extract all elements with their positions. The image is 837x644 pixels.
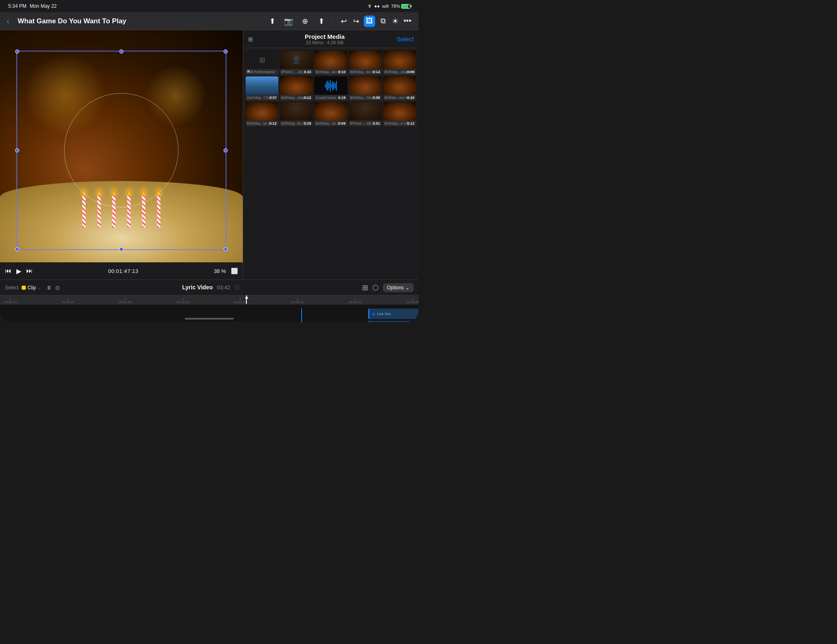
handle-mr[interactable] <box>224 148 228 152</box>
full-performance-badge: ⊞ <box>247 69 250 73</box>
clip-indicator: Clip ⌄ <box>22 285 41 291</box>
media-thumbnail <box>349 102 382 121</box>
media-item[interactable]: 0:12 Birthday...elapse 1 <box>280 76 313 101</box>
photos-icon[interactable]: 🖼 <box>364 16 375 27</box>
track-clips: ⊕ Live Dra ⊕ Live Dra ⊕ Live Dra <box>368 309 418 322</box>
flame-glow-2 <box>145 65 206 126</box>
location-icon[interactable]: ⊕ <box>300 17 309 26</box>
media-duration: 0:19 <box>338 96 346 100</box>
media-thumbnail <box>349 51 382 69</box>
upload-icon[interactable]: ⬆ <box>268 17 277 26</box>
media-thumbnail <box>383 76 416 95</box>
waveform <box>323 80 338 92</box>
share-icon[interactable]: ⬆ <box>317 17 326 26</box>
options-button[interactable]: Options ⌄ <box>383 283 414 292</box>
media-item[interactable]: 3:29 Birthday...ke Shot 1 <box>280 102 313 126</box>
signal-icon: ●● <box>374 4 380 9</box>
candle-1 <box>83 190 86 228</box>
pause-timeline-btn[interactable]: ⏸ <box>46 284 52 291</box>
clip-tools-icon[interactable]: ⬡ <box>372 283 379 292</box>
media-thumbnail: ⊞ <box>246 51 278 69</box>
home-indicator <box>185 318 234 320</box>
video-background <box>0 30 243 262</box>
media-duration: 3:29 <box>304 121 311 125</box>
preview-area: ⏮ ⏭ 00:01:47:13 38 % ⬜ <box>0 30 243 280</box>
toolbar-icons: ⬆ 📷 ⊕ ⬆ <box>268 17 326 26</box>
handle-tm[interactable] <box>119 49 123 54</box>
candles-scene <box>24 190 218 228</box>
back-button[interactable]: ‹ <box>7 16 9 27</box>
display-mode-button[interactable]: ⬜ <box>231 268 238 274</box>
grid-view-icon[interactable]: ⊞ <box>248 36 253 42</box>
timeline-right: ⊞ ⬡ Options ⌄ <box>362 283 414 292</box>
playhead[interactable] <box>246 295 247 304</box>
redo-icon[interactable]: ↪ <box>351 17 360 26</box>
clip-expand-icon[interactable]: ⌄ <box>38 285 41 290</box>
ruler-tick: 00:01:30 <box>177 298 189 304</box>
media-item[interactable]: 0:14 Birthday...ke Clip 9 <box>349 51 382 75</box>
media-duration: 0:14 <box>373 70 380 74</box>
battery-indicator: 78% <box>391 4 410 9</box>
media-thumbnail: 👤 <box>280 51 313 69</box>
media-item[interactable]: 0:19 Crowd noise <box>314 76 347 101</box>
media-item[interactable]: 0:09 Birthday...elapse 2 <box>383 51 416 75</box>
media-item[interactable]: 0:09 Birthday...se 2.1 rev <box>314 102 347 126</box>
copy-icon[interactable]: ⧉ <box>378 17 387 26</box>
undo-icon[interactable]: ↩ <box>339 17 348 26</box>
status-time: 5:34 PM <box>8 3 27 9</box>
timeline-ruler: 00:00:00 00:00:30 00:01:00 00:01:30 00:0… <box>0 295 418 304</box>
media-panel-subtitle: 23 Items · 4.28 GB <box>305 40 345 45</box>
play-button[interactable] <box>16 267 21 275</box>
time-display: 00:01:47:13 <box>38 268 209 274</box>
media-item[interactable]: ⊞ ⊞ Full Performance <box>246 51 278 75</box>
timeline-section: Select Clip ⌄ ⏸ ⊙ Lyric Video 03:42 ⓘ ⊞ … <box>0 280 418 322</box>
skip-forward-button[interactable]: ⏭ <box>26 267 33 275</box>
main-layout: ⏮ ⏭ 00:01:47:13 38 % ⬜ ⊞ Project Media 2… <box>0 30 418 280</box>
project-title: What Game Do You Want To Play <box>18 17 263 25</box>
wifi-icon: wifi <box>382 4 389 9</box>
media-item[interactable]: 0:12 Birthday...se 1.1 rev <box>246 102 278 126</box>
media-header: Project Media 23 Items · 4.28 GB <box>305 33 345 45</box>
info-icon[interactable]: ⓘ <box>235 284 240 291</box>
timeline-header: Select Clip ⌄ ⏸ ⊙ Lyric Video 03:42 ⓘ ⊞ … <box>0 280 418 295</box>
live-draw-icon: ⊕ <box>372 312 375 316</box>
candle-3 <box>112 190 116 228</box>
media-thumbnail <box>314 102 347 121</box>
chevron-down-icon: ⌄ <box>405 285 410 291</box>
candle-2 <box>97 190 101 228</box>
ruler-tick: 00:03:30 <box>406 298 418 304</box>
media-item[interactable]: 3:51 iPhone -...ide Angle <box>349 102 382 126</box>
media-duration: 0:15 <box>407 96 414 100</box>
handle-ml[interactable] <box>15 148 19 152</box>
playhead-top <box>245 295 248 299</box>
flame-glow-1 <box>24 54 106 135</box>
mic-icon: 🎙 <box>367 4 372 9</box>
media-item[interactable]: 0:15 Birthda...rev long <box>383 76 416 101</box>
media-item[interactable]: 0:10 Birthday...ke Clip 8 <box>314 51 347 75</box>
camera-icon[interactable]: 📷 <box>284 17 293 26</box>
brightness-icon[interactable]: ☀ <box>391 17 400 26</box>
media-item[interactable]: 3:37 2nd May...t To Play <box>246 76 278 101</box>
media-item[interactable]: 3:35 Birthday...Shot 2.2 <box>349 76 382 101</box>
skip-back-button[interactable]: ⏮ <box>5 267 11 275</box>
media-duration: 0:09 <box>338 121 346 125</box>
battery-bar <box>401 4 410 9</box>
media-select-button[interactable]: Select <box>396 36 414 42</box>
media-duration: 3:35 <box>373 96 380 100</box>
multicam-icon[interactable]: ⊞ <box>362 283 368 292</box>
video-canvas[interactable] <box>0 30 243 262</box>
clip-label: Clip <box>27 285 36 291</box>
media-item[interactable]: 👤 3:33 iPhone -...ide Angle <box>280 51 313 75</box>
media-item[interactable]: 0:12 Birthday...e Clip 10 <box>383 102 416 126</box>
handle-tr[interactable] <box>224 49 228 54</box>
media-thumbnail <box>314 51 347 69</box>
settings-icon[interactable]: ⊙ <box>55 284 60 291</box>
media-thumbnail <box>314 76 347 95</box>
handle-tl[interactable] <box>15 49 19 54</box>
divider <box>332 17 333 26</box>
volume-display: 38 % <box>214 268 226 274</box>
blue-marker <box>301 309 302 322</box>
media-duration: 3:33 <box>304 70 311 74</box>
media-thumbnail <box>383 102 416 121</box>
more-icon[interactable]: ••• <box>403 17 412 26</box>
